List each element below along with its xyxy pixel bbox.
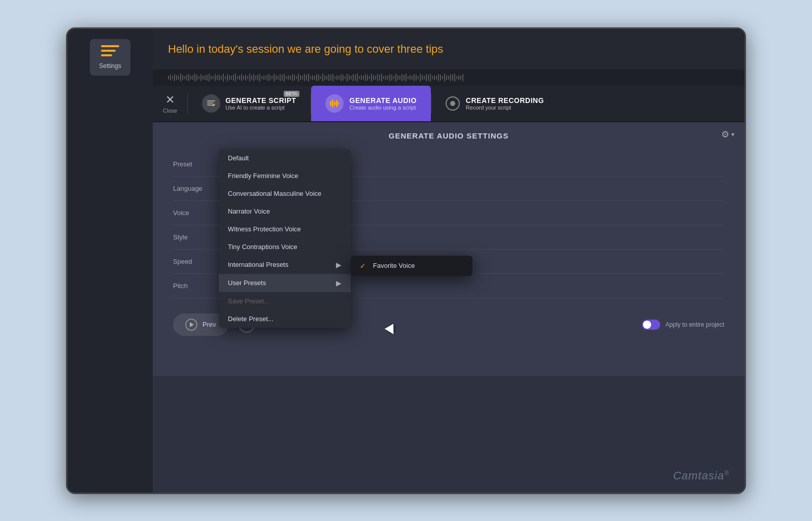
dropdown-item-international-presets[interactable]: International Presets ▶ <box>219 256 351 274</box>
record-icon-inner <box>450 101 455 106</box>
script-preview-text: Hello in today's session we are going to… <box>168 43 443 56</box>
beta-badge: BETA <box>284 91 299 97</box>
tab-generate-audio[interactable]: GENERATE AUDIO Create audio using a scri… <box>311 86 431 121</box>
dropdown-item-default[interactable]: Default <box>219 149 351 167</box>
dropdown-item-save-preset: Save Preset... <box>219 292 351 310</box>
settings-title-bar: GENERATE AUDIO SETTINGS ⚙ ▾ <box>153 122 745 147</box>
user-presets-submenu[interactable]: ✓ Favorite Voice <box>351 256 472 276</box>
preset-dropdown-menu[interactable]: Default Friendly Feminine Voice Conversa… <box>219 149 351 328</box>
tab-bar: ✕ Close GENERATE SCRIP <box>153 86 745 122</box>
dropdown-item-user-presets[interactable]: User Presets ▶ <box>219 274 351 292</box>
close-button[interactable]: ✕ Close <box>153 89 187 118</box>
dropdown-item-witness-protection[interactable]: Witness Protection Voice <box>219 220 351 238</box>
generate-audio-icon <box>325 94 344 113</box>
waveform-bar <box>153 70 745 86</box>
dropdown-item-delete-preset[interactable]: Delete Preset... <box>219 310 351 328</box>
toggle-knob <box>643 321 651 329</box>
settings-gear-button[interactable]: ⚙ ▾ <box>721 129 734 140</box>
preview-label: Prev <box>202 321 216 328</box>
main-area: Hello in today's session we are going to… <box>153 29 745 493</box>
play-triangle <box>190 322 194 327</box>
dropdown-item-narrator[interactable]: Narrator Voice <box>219 202 351 220</box>
gear-chevron-icon: ▾ <box>731 131 734 138</box>
dropdown-item-conversational-masculine[interactable]: Conversational Masculine Voice <box>219 185 351 202</box>
tab-create-recording[interactable]: CREATE RECORDING Record your script <box>431 86 558 121</box>
submenu-item-favorite-voice[interactable]: ✓ Favorite Voice <box>351 256 472 276</box>
watermark-registered: ® <box>724 469 729 476</box>
svg-rect-0 <box>207 100 215 101</box>
toggle-row: Apply to entire project <box>642 320 724 330</box>
international-presets-chevron: ▶ <box>336 261 342 269</box>
create-recording-subtitle: Record your script <box>466 105 544 111</box>
sidebar-settings-button[interactable]: Settings <box>90 39 130 76</box>
generate-audio-tab-text: GENERATE AUDIO Create audio using a scri… <box>350 96 417 111</box>
apply-to-project-toggle[interactable] <box>642 320 660 330</box>
sidebar: Settings <box>67 29 153 493</box>
waveform-visual <box>168 74 729 82</box>
svg-rect-5 <box>334 101 335 106</box>
user-presets-chevron: ▶ <box>336 279 342 287</box>
sidebar-settings-label: Settings <box>99 62 121 70</box>
create-recording-tab-text: CREATE RECORDING Record your script <box>466 96 544 111</box>
generate-script-subtitle: Use AI to create a script <box>225 105 296 111</box>
close-icon: ✕ <box>165 93 175 107</box>
generate-script-tab-text: GENERATE SCRIPT Use AI to create a scrip… <box>225 96 296 111</box>
tab-generate-script[interactable]: GENERATE SCRIPT Use AI to create a scrip… <box>188 86 310 121</box>
generate-audio-subtitle: Create audio using a script <box>350 105 417 111</box>
favorite-voice-checkmark: ✓ <box>360 262 369 270</box>
svg-rect-1 <box>207 102 213 103</box>
svg-rect-4 <box>332 99 333 108</box>
generate-script-icon <box>202 94 220 113</box>
preview-play-icon <box>185 319 197 331</box>
settings-panel: GENERATE AUDIO SETTINGS ⚙ ▾ Preset <box>153 122 745 376</box>
camtasia-watermark: Camtasia® <box>673 469 729 482</box>
settings-content: Preset Language Voice <box>153 147 745 303</box>
apply-to-project-label: Apply to entire project <box>665 321 724 328</box>
top-text-bar: Hello in today's session we are going to… <box>153 29 745 70</box>
settings-panel-title: GENERATE AUDIO SETTINGS <box>389 131 509 140</box>
create-recording-title: CREATE RECORDING <box>466 96 544 105</box>
dropdown-item-friendly-feminine[interactable]: Friendly Feminine Voice <box>219 167 351 185</box>
app-window: Settings Hello in today's session we are… <box>66 27 746 494</box>
gear-icon: ⚙ <box>721 129 729 140</box>
svg-rect-6 <box>336 100 337 107</box>
svg-rect-7 <box>338 102 339 105</box>
dropdown-item-tiny-contraptions[interactable]: Tiny Contraptions Voice <box>219 238 351 256</box>
generate-script-title: GENERATE SCRIPT <box>225 96 296 105</box>
close-label: Close <box>163 108 177 114</box>
record-icon <box>446 96 460 111</box>
generate-audio-title: GENERATE AUDIO <box>350 96 417 105</box>
settings-icon <box>101 45 119 59</box>
svg-rect-3 <box>330 101 331 106</box>
